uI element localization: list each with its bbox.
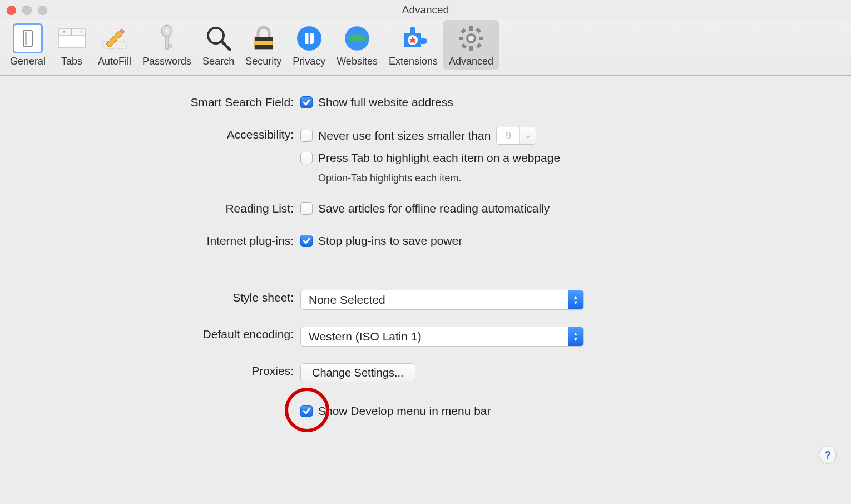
preferences-toolbar: General ×+ Tabs AutoFill Passwords Searc…: [0, 20, 851, 76]
style-sheet-label: Style sheet:: [22, 290, 300, 305]
window-title: Advanced: [0, 4, 851, 16]
svg-rect-26: [459, 37, 463, 40]
search-icon: [204, 23, 234, 53]
select-arrows-icon: ▲▼: [568, 327, 583, 346]
tab-passwords[interactable]: Passwords: [137, 20, 197, 70]
help-button[interactable]: ?: [819, 446, 837, 464]
svg-point-32: [468, 36, 474, 41]
option-tab-hint: Option-Tab highlights each item.: [300, 172, 829, 184]
svg-rect-29: [476, 43, 482, 48]
traffic-lights: [7, 6, 47, 15]
zoom-window-button[interactable]: [38, 6, 47, 15]
tab-label: Passwords: [142, 56, 191, 67]
smart-search-label: Smart Search Field:: [22, 95, 300, 110]
tab-extensions[interactable]: Extensions: [383, 20, 443, 70]
svg-rect-11: [169, 45, 172, 47]
extensions-icon: [398, 23, 428, 53]
svg-rect-1: [25, 32, 27, 45]
gear-icon: [456, 23, 486, 53]
tab-general[interactable]: General: [4, 20, 51, 70]
general-icon: [13, 23, 43, 53]
tab-tabs[interactable]: ×+ Tabs: [51, 20, 92, 70]
svg-rect-2: [58, 35, 85, 47]
press-tab-label: Press Tab to highlight each item on a we…: [318, 150, 560, 166]
encoding-select[interactable]: Western (ISO Latin 1) ▲▼: [300, 327, 584, 347]
titlebar: Advanced: [0, 0, 851, 20]
save-offline-checkbox[interactable]: [300, 202, 313, 215]
change-settings-button[interactable]: Change Settings...: [300, 363, 415, 382]
stop-plugins-label: Stop plug-ins to save power: [318, 233, 462, 249]
tab-websites[interactable]: Websites: [331, 20, 383, 70]
show-full-address-label: Show full website address: [318, 95, 453, 110]
show-develop-menu-label: Show Develop menu in menu bar: [318, 403, 491, 419]
svg-rect-28: [461, 28, 466, 34]
min-font-size-value: 9: [497, 127, 520, 144]
preferences-content: Smart Search Field: Show full website ad…: [0, 76, 851, 419]
tab-privacy[interactable]: Privacy: [287, 20, 331, 70]
svg-rect-30: [476, 28, 481, 33]
svg-rect-25: [469, 46, 473, 51]
svg-text:+: +: [80, 29, 83, 35]
min-font-size-checkbox[interactable]: [300, 130, 313, 142]
svg-rect-27: [479, 37, 483, 40]
tab-security[interactable]: Security: [240, 20, 287, 70]
tab-label: Security: [245, 56, 281, 67]
show-develop-menu-checkbox[interactable]: [300, 405, 313, 417]
svg-rect-7: [103, 42, 126, 48]
tab-label: Privacy: [293, 56, 325, 67]
svg-rect-10: [165, 37, 169, 49]
style-sheet-select[interactable]: None Selected ▲▼: [300, 290, 584, 310]
tab-label: General: [10, 56, 46, 67]
svg-rect-24: [469, 26, 473, 31]
minimize-window-button[interactable]: [22, 6, 32, 15]
tab-label: Tabs: [61, 56, 82, 67]
tab-label: Search: [202, 56, 234, 67]
tab-label: Extensions: [389, 56, 438, 67]
svg-point-9: [165, 28, 169, 34]
select-arrows-icon: ▲▼: [568, 290, 583, 309]
key-icon: [152, 23, 182, 53]
svg-rect-31: [461, 43, 467, 49]
reading-list-label: Reading List:: [22, 201, 300, 216]
press-tab-checkbox[interactable]: [300, 152, 313, 164]
globe-icon: [342, 23, 372, 53]
tab-label: AutoFill: [98, 56, 131, 67]
encoding-value: Western (ISO Latin 1): [301, 329, 429, 344]
accessibility-label: Accessibility:: [22, 127, 300, 142]
show-full-address-checkbox[interactable]: [300, 96, 313, 108]
privacy-icon: [294, 23, 324, 53]
svg-text:×: ×: [62, 29, 66, 35]
proxies-label: Proxies:: [22, 363, 300, 379]
svg-line-13: [222, 42, 230, 50]
tab-label: Advanced: [449, 56, 493, 67]
tabs-icon: ×+: [57, 23, 87, 53]
svg-rect-16: [255, 45, 273, 49]
svg-rect-15: [255, 37, 273, 41]
min-font-size-label: Never use font sizes smaller than: [318, 128, 491, 144]
tab-search[interactable]: Search: [197, 20, 240, 70]
close-window-button[interactable]: [7, 6, 16, 15]
autofill-icon: [100, 23, 130, 53]
style-sheet-value: None Selected: [301, 292, 393, 308]
svg-rect-0: [23, 31, 32, 46]
lock-icon: [249, 23, 279, 53]
stop-plugins-checkbox[interactable]: [300, 235, 313, 247]
chevron-down-icon: ⌄: [520, 127, 536, 144]
tab-label: Websites: [337, 56, 378, 67]
min-font-size-stepper[interactable]: 9 ⌄: [496, 127, 536, 145]
tab-autofill[interactable]: AutoFill: [92, 20, 137, 70]
plugins-label: Internet plug-ins:: [22, 233, 300, 249]
save-offline-label: Save articles for offline reading automa…: [318, 201, 550, 216]
encoding-label: Default encoding:: [22, 327, 300, 342]
tab-advanced[interactable]: Advanced: [443, 20, 499, 70]
